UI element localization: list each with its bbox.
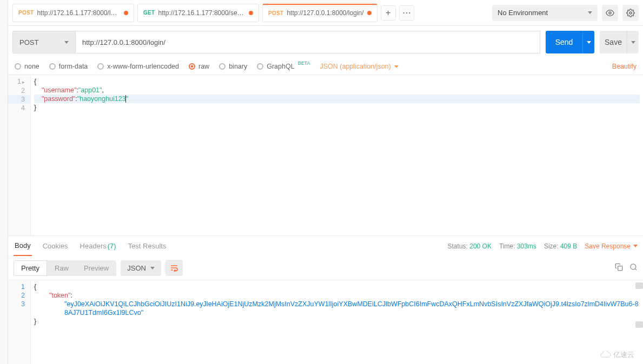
view-preview[interactable]: Preview [76,260,116,276]
chevron-down-icon [631,41,635,44]
size-value: 409 B [560,242,577,250]
radio-icon [97,63,104,70]
save-response-label: Save Response [585,242,631,250]
editor-gutter: 123 [8,280,31,364]
body-type-binary[interactable]: binary [219,63,247,70]
body-type-graphql[interactable]: GraphQLBETA [257,63,310,70]
content-type-label: JSON (application/json) [320,63,390,70]
body-type-form-data[interactable]: form-data [49,63,88,70]
request-body-editor[interactable]: 1234 { "username":"app01", "password":"h… [8,75,643,235]
environment-group: No Environment [492,5,639,21]
svg-point-1 [629,12,632,14]
content-type-select[interactable]: JSON (application/json) [320,63,398,70]
radio-label: x-www-form-urlencoded [107,63,179,70]
send-button[interactable]: Send [546,31,582,53]
environment-quick-look-button[interactable] [602,5,618,21]
scrollbar-thumb[interactable] [635,282,643,289]
search-response-button[interactable] [629,263,638,273]
response-tab-tests[interactable]: Test Results [127,236,168,256]
url-input[interactable] [76,31,540,53]
editor-code[interactable]: { "username":"app01", "password":"haoyon… [31,75,643,235]
tab-url: http://172.16.1.177:8000/login/ [37,9,121,17]
send-dropdown[interactable] [582,31,594,53]
body-type-urlencoded[interactable]: x-www-form-urlencoded [97,63,179,70]
request-tab-1[interactable]: GET http://172.16.1.177:8000/servic... [137,4,259,22]
radio-label: none [24,63,39,70]
save-response-button[interactable]: Save Response [585,242,638,250]
svg-point-0 [609,12,611,14]
dirty-indicator [124,11,128,15]
svg-point-3 [631,264,636,269]
save-dropdown[interactable] [627,31,639,53]
size-label: Size: [544,242,559,250]
response-tab-cookies[interactable]: Cookies [42,236,69,256]
svg-rect-2 [618,266,622,270]
body-type-none[interactable]: none [15,63,39,70]
view-pretty[interactable]: Pretty [14,260,47,276]
method-value: POST [19,38,38,46]
radio-label: form-data [59,63,88,70]
editor-code[interactable]: {"token":"eyJ0eXAiOiJKV1QiLCJhbGciOiJIUz… [31,280,643,364]
body-type-raw[interactable]: raw [189,63,209,70]
chevron-down-icon [633,245,638,247]
time-value: 303ms [517,242,536,250]
cloud-icon [599,351,611,359]
radio-icon [219,63,226,70]
body-type-row: none form-data x-www-form-urlencoded raw… [8,58,643,75]
copy-response-button[interactable] [615,263,623,273]
topbar: POST http://172.16.1.177:8000/login/ GET… [8,0,643,26]
language-label: JSON [127,264,146,272]
more-tabs-button[interactable]: ⋯ [399,5,414,21]
dirty-indicator [367,11,372,15]
chevron-down-icon [587,41,591,44]
settings-button[interactable] [622,5,639,21]
radio-label: raw [198,63,209,70]
radio-icon [257,63,263,70]
request-tab-2[interactable]: POST http://127.0.0.1:8000/login/ [262,4,377,22]
status-value: 200 OK [469,242,492,250]
request-row: POST Send Save [8,26,643,58]
method-select[interactable]: POST [12,31,76,53]
add-tab-button[interactable]: + [381,5,396,21]
tab-url: http://127.0.0.1:8000/login/ [287,9,363,17]
response-tab-headers[interactable]: Headers (7) [79,236,117,256]
scrollbar-thumb[interactable] [635,321,643,328]
watermark-text: 亿速云 [613,350,634,360]
time-label: Time: [499,242,515,250]
chevron-down-icon [150,267,155,269]
radio-label: GraphQL [267,63,294,70]
beautify-button[interactable]: Beautify [612,63,637,70]
chevron-down-icon [588,11,592,14]
view-raw[interactable]: Raw [47,260,76,276]
response-tab-body[interactable]: Body [14,236,32,256]
headers-count: (7) [108,242,116,250]
view-segment: Pretty Raw Preview [14,260,116,276]
status-label: Status: [448,242,468,250]
tabs-row: POST http://172.16.1.177:8000/login/ GET… [12,4,488,22]
dirty-indicator [249,11,253,15]
line-wrap-button[interactable] [165,260,183,276]
save-button[interactable]: Save [600,31,627,53]
request-tab-0[interactable]: POST http://172.16.1.177:8000/login/ [12,4,134,22]
method-badge: POST [18,10,34,16]
radio-icon [15,63,21,70]
search-icon [629,263,638,271]
gear-icon [626,9,635,17]
editor-gutter: 1234 [8,75,31,235]
eye-icon [606,9,614,17]
method-badge: POST [268,10,283,16]
chevron-down-icon [64,41,69,44]
response-header: Body Cookies Headers (7) Test Results St… [8,235,643,256]
environment-select[interactable]: No Environment [492,5,598,21]
method-badge: GET [143,10,155,16]
response-body-editor[interactable]: 123 {"token":"eyJ0eXAiOiJKV1QiLCJhbGciOi… [8,280,643,364]
response-toolbar: Pretty Raw Preview JSON [8,256,643,280]
radio-label: binary [229,63,247,70]
language-select[interactable]: JSON [121,260,161,276]
radio-icon [49,63,56,70]
environment-label: No Environment [498,9,548,17]
beta-badge: BETA [298,60,310,66]
wrap-icon [170,264,178,272]
radio-icon [189,63,195,70]
tab-url: http://172.16.1.177:8000/servic... [158,9,246,17]
